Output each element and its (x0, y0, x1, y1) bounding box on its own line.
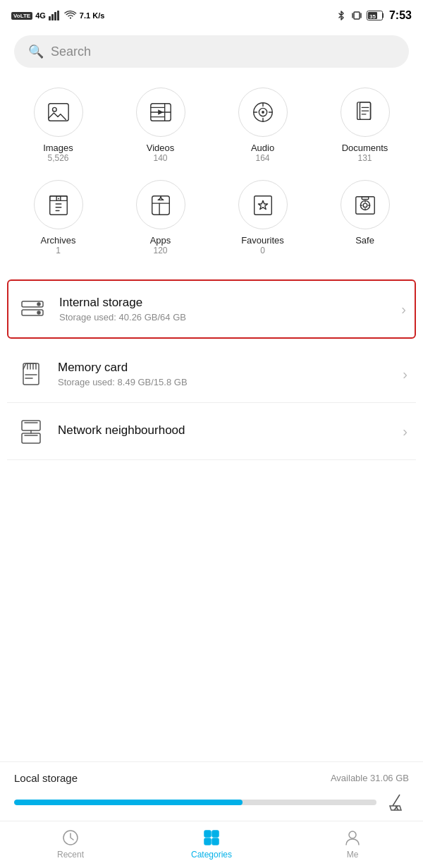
svg-rect-8 (48, 104, 68, 121)
svg-point-27 (37, 303, 40, 306)
documents-label: Documents (342, 143, 388, 153)
memory-card-text: Memory card Storage used: 8.49 GB/15.8 G… (58, 361, 397, 387)
bluetooth-icon (336, 10, 347, 21)
local-storage-label: Local storage (14, 772, 78, 784)
category-safe[interactable]: Safe (314, 173, 416, 265)
broom-icon[interactable] (384, 790, 409, 815)
svg-point-37 (349, 831, 356, 838)
apps-icon-circle (136, 180, 185, 229)
network-item[interactable]: Network neighbourhood › (7, 403, 416, 460)
nav-categories-label: Categories (191, 850, 232, 860)
nav-me[interactable]: Me (282, 828, 423, 860)
local-storage-available: Available 31.06 GB (331, 773, 409, 783)
archives-icon-circle (34, 180, 83, 229)
documents-icon (353, 100, 377, 124)
safe-icon (353, 193, 377, 217)
svg-rect-4 (354, 12, 360, 19)
search-bar[interactable]: 🔍 Search (14, 35, 409, 68)
nav-categories[interactable]: Categories (141, 828, 282, 860)
videos-icon (149, 100, 173, 124)
vibrate-icon (351, 10, 362, 21)
svg-rect-34 (212, 831, 219, 837)
recent-icon (61, 828, 80, 847)
internal-storage-item[interactable]: Internal storage Storage used: 40.26 GB/… (7, 279, 416, 339)
safe-icon-circle (341, 180, 390, 229)
local-storage-bar: Local storage Available 31.06 GB (0, 761, 423, 821)
bottom-section: Local storage Available 31.06 GB Recent (0, 761, 423, 868)
audio-icon (251, 100, 275, 124)
svg-rect-19 (152, 196, 169, 215)
memory-card-item[interactable]: Memory card Storage used: 8.49 GB/15.8 G… (7, 346, 416, 403)
category-apps[interactable]: Apps 120 (109, 173, 212, 265)
internal-storage-svg (19, 296, 46, 323)
category-favourites[interactable]: Favourites 0 (212, 173, 314, 265)
search-placeholder-text: Search (51, 44, 91, 59)
svg-point-9 (52, 107, 56, 111)
category-grid: Images 5,526 Videos 140 Audio 164 (0, 80, 423, 272)
category-documents[interactable]: Documents 131 (314, 80, 416, 173)
category-archives[interactable]: Archives 1 (7, 173, 109, 265)
favourites-icon-circle (238, 180, 288, 229)
progress-bar-fill (14, 800, 243, 805)
safe-label: Safe (355, 235, 374, 246)
svg-point-23 (363, 203, 367, 207)
svg-rect-2 (54, 12, 56, 20)
local-storage-header: Local storage Available 31.06 GB (14, 772, 409, 784)
network-svg (18, 418, 44, 445)
documents-count: 131 (357, 153, 372, 163)
internal-storage-icon (17, 294, 48, 325)
svg-marker-11 (158, 109, 164, 115)
internal-storage-subtitle: Storage used: 40.26 GB/64 GB (59, 312, 396, 323)
svg-rect-3 (57, 11, 59, 20)
documents-icon-circle (341, 88, 390, 137)
network-icon (16, 416, 47, 447)
status-left: VoLTE 4G 7.1 K/s (11, 11, 104, 20)
favourites-count: 0 (260, 246, 265, 255)
network-title: Network neighbourhood (58, 423, 397, 438)
speed-indicator: 7.1 K/s (80, 11, 104, 20)
svg-point-14 (262, 111, 264, 114)
archives-count: 1 (56, 246, 61, 255)
images-count: 5,526 (47, 153, 68, 163)
svg-rect-30 (22, 433, 40, 443)
nav-recent-label: Recent (57, 850, 84, 860)
svg-text:35: 35 (369, 13, 376, 20)
time-display: 7:53 (389, 9, 412, 22)
svg-rect-35 (204, 838, 211, 845)
categories-icon (202, 828, 221, 847)
svg-rect-33 (204, 831, 211, 837)
apps-count: 120 (153, 246, 167, 255)
favourites-label: Favourites (241, 235, 284, 246)
internal-storage-title: Internal storage (59, 296, 396, 310)
apps-label: Apps (150, 235, 171, 246)
memory-card-subtitle: Storage used: 8.49 GB/15.8 GB (58, 377, 397, 387)
memory-card-title: Memory card (58, 361, 397, 375)
svg-rect-24 (362, 197, 368, 200)
audio-count: 164 (255, 153, 269, 163)
apps-icon (149, 193, 173, 217)
broom-svg (386, 792, 407, 813)
status-right: 35 7:53 (336, 9, 412, 22)
volte-badge: VoLTE (11, 12, 32, 20)
svg-rect-31 (22, 421, 40, 430)
category-videos[interactable]: Videos 140 (109, 80, 212, 173)
videos-count: 140 (153, 153, 167, 163)
category-images[interactable]: Images 5,526 (7, 80, 109, 173)
svg-rect-0 (49, 16, 51, 20)
images-icon-circle (34, 88, 83, 137)
svg-rect-20 (254, 196, 271, 215)
nav-me-label: Me (347, 850, 359, 860)
favourites-icon (251, 193, 275, 217)
signal-4g: 4G (35, 11, 46, 20)
nav-recent[interactable]: Recent (0, 828, 141, 860)
svg-rect-1 (51, 14, 54, 20)
images-icon (47, 100, 70, 124)
category-audio[interactable]: Audio 164 (212, 80, 314, 173)
internal-storage-chevron: › (401, 301, 406, 318)
images-label: Images (43, 143, 73, 153)
status-bar: VoLTE 4G 7.1 K/s 35 7:53 (0, 0, 423, 28)
signal-bars-icon (49, 11, 61, 20)
progress-bar-background (14, 800, 376, 805)
internal-storage-text: Internal storage Storage used: 40.26 GB/… (59, 296, 396, 323)
battery-icon: 35 (367, 11, 385, 20)
